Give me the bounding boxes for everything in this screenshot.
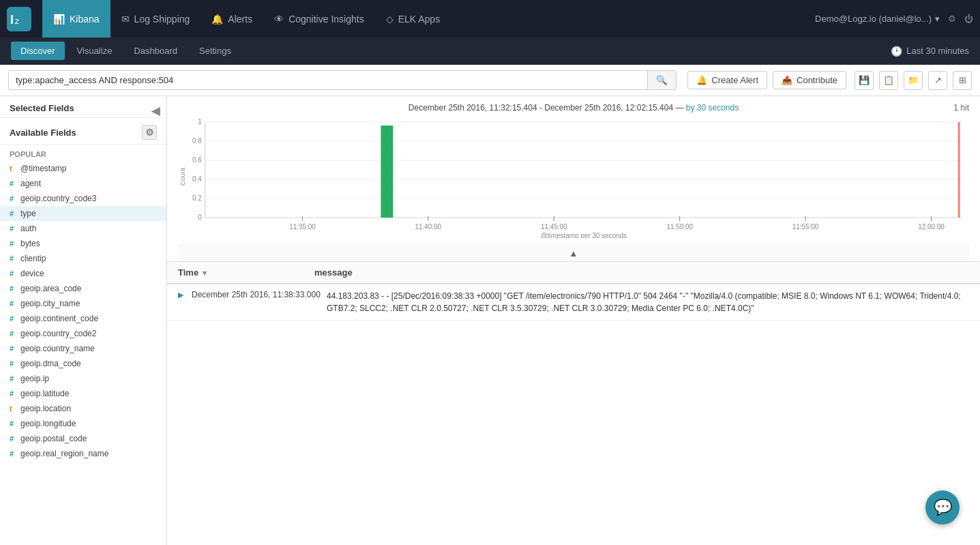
field-tag-geoip-location: t <box>10 404 16 413</box>
user-label: Demo@Logz.io (daniel@lo...) <box>815 14 932 24</box>
svg-text:11:55:00: 11:55:00 <box>792 223 819 231</box>
svg-text:z: z <box>15 16 19 26</box>
share-icon-btn[interactable]: 📁 <box>904 71 923 90</box>
sub-nav-visualize[interactable]: Visualize <box>68 42 122 60</box>
top-navigation: l z 📊 Kibana ✉ Log Shipping 🔔 Alerts 👁 C… <box>0 0 980 38</box>
field-tag-geoip-latitude: # <box>10 389 16 398</box>
nav-items: 📊 Kibana ✉ Log Shipping 🔔 Alerts 👁 Cogni… <box>42 0 815 38</box>
nav-item-elk-apps[interactable]: ◇ ELK Apps <box>375 0 451 38</box>
field-tag-geoip-city-name: # <box>10 299 16 308</box>
settings-icon-btn[interactable]: ⚙ <box>948 14 956 24</box>
interval-link[interactable]: by 30 seconds <box>686 103 739 113</box>
field-item-auth[interactable]: # auth <box>0 221 166 236</box>
kibana-icon: 📊 <box>53 14 65 25</box>
field-item-geoip-dma-code[interactable]: # geoip.dma_code <box>0 356 166 371</box>
field-item-bytes[interactable]: # bytes <box>0 236 166 251</box>
save-icon-btn[interactable]: 💾 <box>855 71 874 90</box>
chart-area: December 25th 2016, 11:32:15.404 - Decem… <box>167 96 980 262</box>
svg-text:0: 0 <box>198 213 202 221</box>
clock-icon: 🕐 <box>891 46 902 57</box>
search-actions: 🔔 Create Alert 📤 Contribute <box>687 71 846 89</box>
svg-text:0.6: 0.6 <box>192 156 202 164</box>
sidebar-collapse-btn[interactable]: ◀ <box>151 104 160 117</box>
selected-fields-title: Selected Fields ◀ <box>0 96 166 118</box>
nav-item-cognitive-insights[interactable]: 👁 Cognitive Insights <box>263 0 375 38</box>
field-item-geoip-latitude[interactable]: # geoip.latitude <box>0 386 166 401</box>
search-input[interactable] <box>9 71 647 89</box>
nav-item-alerts-label: Alerts <box>228 14 252 25</box>
field-item-geoip-country-code3[interactable]: # geoip.country_code3 <box>0 191 166 206</box>
histogram-chart: 0 0.2 0.4 0.6 0.8 1 Count <box>178 115 969 238</box>
nav-item-kibana-label: Kibana <box>70 14 100 25</box>
svg-text:11:35:00: 11:35:00 <box>289 223 316 231</box>
contribute-button[interactable]: 📤 Contribute <box>773 71 846 89</box>
load-icon-btn[interactable]: 📋 <box>879 71 898 90</box>
field-item-geoip-location[interactable]: t geoip.location <box>0 401 166 416</box>
contribute-icon: 📤 <box>782 75 792 85</box>
field-item-geoip-real-region-name[interactable]: # geoip.real_region_name <box>0 446 166 461</box>
open-icon-btn[interactable]: ↗ <box>928 71 947 90</box>
field-tag-geoip-real-region-name: # <box>10 450 16 458</box>
chevron-down-icon: ▾ <box>935 14 940 24</box>
sub-nav-discover[interactable]: Discover <box>11 42 65 60</box>
nav-item-alerts[interactable]: 🔔 Alerts <box>201 0 263 38</box>
create-alert-button[interactable]: 🔔 Create Alert <box>687 71 767 89</box>
chart-collapse-button[interactable]: ▲ <box>178 245 969 261</box>
field-tag-geoip-area-code: # <box>10 284 16 293</box>
svg-text:11:50:00: 11:50:00 <box>666 223 693 231</box>
alerts-icon: 🔔 <box>211 14 223 25</box>
row-expand-btn[interactable]: ▶ <box>178 291 183 299</box>
main-layout: Selected Fields ◀ Available Fields ⚙ Pop… <box>0 96 980 545</box>
search-input-wrap: 🔍 <box>8 70 677 90</box>
field-item-geoip-country-code2[interactable]: # geoip.country_code2 <box>0 326 166 341</box>
sort-icon-time: ▾ <box>203 269 207 277</box>
chat-button[interactable]: 💬 <box>925 490 960 525</box>
sidebar: Selected Fields ◀ Available Fields ⚙ Pop… <box>0 96 167 545</box>
hits-badge: 1 hit <box>953 103 969 113</box>
field-tag-auth: # <box>10 224 16 233</box>
field-tag-bytes: # <box>10 239 16 248</box>
logo-icon: l z <box>7 7 31 31</box>
field-tag-type: # <box>10 209 16 218</box>
field-tag-timestamp: t <box>10 164 16 173</box>
field-item-geoip-city-name[interactable]: # geoip.city_name <box>0 296 166 311</box>
field-item-type[interactable]: # type <box>0 206 166 221</box>
field-item-clientip[interactable]: # clientip <box>0 251 166 266</box>
fields-settings-btn[interactable]: ⚙ <box>142 125 157 140</box>
svg-text:11:45:00: 11:45:00 <box>541 223 567 231</box>
svg-text:1: 1 <box>198 118 202 126</box>
sub-nav-dashboard[interactable]: Dashboard <box>124 42 187 60</box>
field-item-geoip-area-code[interactable]: # geoip.area_code <box>0 281 166 296</box>
log-shipping-icon: ✉ <box>121 14 130 25</box>
nav-item-kibana[interactable]: 📊 Kibana <box>42 0 110 38</box>
field-item-device[interactable]: # device <box>0 266 166 281</box>
field-tag-geoip-ip: # <box>10 374 16 383</box>
field-item-geoip-longitude[interactable]: # geoip.longitude <box>0 416 166 431</box>
nav-item-log-shipping-label: Log Shipping <box>134 14 190 25</box>
results-table: Time ▾ message ▶ December 25th 2016, 11:… <box>167 262 980 545</box>
svg-text:@timestamp per 30 seconds: @timestamp per 30 seconds <box>541 232 627 238</box>
logo[interactable]: l z <box>7 7 35 31</box>
field-item-geoip-continent-code[interactable]: # geoip.continent_code <box>0 311 166 326</box>
field-item-agent[interactable]: # agent <box>0 176 166 191</box>
sub-nav-settings[interactable]: Settings <box>190 42 241 60</box>
svg-text:l: l <box>10 13 14 27</box>
field-item-geoip-country-name[interactable]: # geoip.country_name <box>0 341 166 356</box>
field-item-geoip-ip[interactable]: # geoip.ip <box>0 371 166 386</box>
nav-item-log-shipping[interactable]: ✉ Log Shipping <box>110 0 201 38</box>
field-item-geoip-postal-code[interactable]: # geoip.postal_code <box>0 431 166 446</box>
field-item-timestamp[interactable]: t @timestamp <box>0 161 166 176</box>
grid-icon-btn[interactable]: ⊞ <box>953 71 972 90</box>
nav-item-cognitive-insights-label: Cognitive Insights <box>288 14 364 25</box>
field-tag-geoip-longitude: # <box>10 419 16 428</box>
search-button[interactable]: 🔍 <box>647 71 676 89</box>
svg-text:0.8: 0.8 <box>192 137 202 145</box>
power-icon-btn[interactable]: ⏻ <box>964 14 973 24</box>
alert-icon: 🔔 <box>696 75 707 85</box>
field-tag-geoip-country-code2: # <box>10 329 16 338</box>
user-menu[interactable]: Demo@Logz.io (daniel@lo...) ▾ <box>815 14 940 24</box>
col-header-time[interactable]: Time ▾ <box>178 267 314 278</box>
elk-apps-icon: ◇ <box>386 14 394 25</box>
chat-icon: 💬 <box>934 499 952 516</box>
field-tag-agent: # <box>10 179 16 188</box>
